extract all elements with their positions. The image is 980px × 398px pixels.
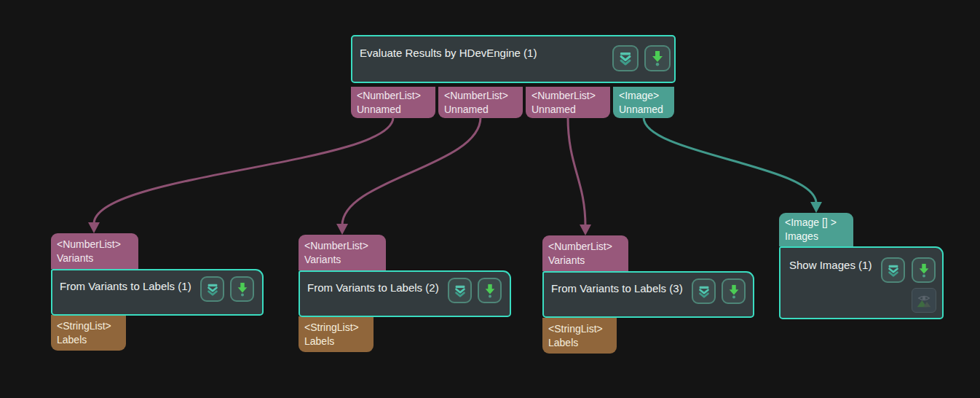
collapse-node-button[interactable] — [448, 278, 472, 303]
run-arrow-icon — [235, 281, 250, 297]
node-title: Evaluate Results by HDevEngine (1) — [360, 47, 537, 59]
run-node-button[interactable] — [478, 278, 502, 303]
chevron-double-down-icon — [697, 284, 711, 299]
connection-wire[interactable] — [568, 117, 585, 226]
run-node-button[interactable] — [912, 257, 936, 283]
chevron-double-down-icon — [617, 50, 633, 66]
port-name: Labels — [57, 333, 120, 347]
port-name: Unnamed — [619, 103, 668, 117]
output-port-labels-2[interactable]: <StringList> Labels — [299, 316, 374, 352]
connection-arrowhead-icon — [88, 222, 100, 233]
run-arrow-icon — [649, 50, 665, 67]
output-port-labels-1[interactable]: <StringList> Labels — [51, 315, 126, 351]
port-name: Images — [785, 230, 847, 243]
output-port-numberlist-2[interactable]: <NumberList> Unnamed — [438, 87, 523, 118]
connection-numberlist-2[interactable] — [336, 117, 481, 235]
port-type: <NumberList> — [532, 89, 604, 103]
port-type: <NumberList> — [57, 238, 133, 251]
port-name: Labels — [304, 335, 368, 348]
node-title: From Variants to Labels (2) — [307, 281, 439, 294]
port-type: <StringList> — [304, 321, 368, 335]
input-port-images[interactable]: <Image [] > Images — [779, 213, 853, 246]
connection-arrowhead-icon — [580, 225, 591, 235]
display-image-button[interactable] — [912, 288, 936, 313]
run-arrow-icon — [727, 284, 741, 300]
node-from-variants-to-labels-2[interactable]: From Variants to Labels (2) — [299, 270, 511, 317]
port-type: <NumberList> — [548, 240, 623, 254]
run-arrow-icon — [917, 262, 931, 278]
port-name: Unnamed — [532, 103, 604, 117]
input-port-variants-2[interactable]: <NumberList> Variants — [299, 235, 386, 270]
collapse-node-button[interactable] — [612, 45, 639, 71]
eye-image-icon — [917, 290, 931, 311]
node-title: From Variants to Labels (1) — [60, 280, 191, 292]
connection-arrowhead-icon — [336, 224, 348, 235]
port-name: Variants — [304, 253, 380, 267]
node-title: From Variants to Labels (3) — [551, 282, 683, 294]
port-type: <Image> — [619, 89, 668, 103]
port-type: <NumberList> — [357, 89, 430, 103]
collapse-node-button[interactable] — [881, 257, 905, 283]
port-type: <StringList> — [548, 322, 611, 336]
port-name: Unnamed — [444, 103, 517, 117]
node-show-images[interactable]: Show Images (1) — [779, 246, 944, 319]
connection-wire[interactable] — [644, 117, 816, 203]
chevron-double-down-icon — [205, 282, 220, 297]
node-evaluate-results-by-hdevengine[interactable]: Evaluate Results by HDevEngine (1) — [351, 35, 676, 83]
node-title: Show Images (1) — [789, 259, 872, 271]
output-port-labels-3[interactable]: <StringList> Labels — [542, 318, 617, 354]
node-editor-canvas[interactable]: <NumberList> Unnamed <NumberList> Unname… — [0, 0, 980, 398]
port-name: Labels — [548, 336, 611, 350]
run-node-button[interactable] — [644, 45, 671, 71]
run-arrow-icon — [483, 283, 497, 299]
node-from-variants-to-labels-1[interactable]: From Variants to Labels (1) — [51, 269, 264, 316]
node-from-variants-to-labels-3[interactable]: From Variants to Labels (3) — [542, 271, 754, 318]
connection-numberlist-1[interactable] — [88, 117, 393, 233]
input-port-variants-3[interactable]: <NumberList> Variants — [542, 235, 628, 271]
run-node-button[interactable] — [722, 278, 746, 304]
connection-arrowhead-icon — [810, 202, 822, 213]
collapse-node-button[interactable] — [692, 278, 716, 304]
output-port-numberlist-3[interactable]: <NumberList> Unnamed — [526, 87, 610, 118]
port-name: Unnamed — [357, 103, 430, 117]
output-port-numberlist-1[interactable]: <NumberList> Unnamed — [351, 87, 435, 118]
chevron-double-down-icon — [453, 284, 467, 298]
port-name: Variants — [548, 254, 623, 268]
output-port-image[interactable]: <Image> Unnamed — [613, 87, 674, 118]
port-name: Variants — [57, 251, 133, 265]
collapse-node-button[interactable] — [200, 276, 224, 302]
input-port-variants-1[interactable]: <NumberList> Variants — [51, 233, 138, 269]
port-type: <NumberList> — [304, 239, 380, 253]
connection-wire[interactable] — [342, 117, 481, 225]
run-node-button[interactable] — [230, 276, 254, 302]
chevron-double-down-icon — [886, 263, 901, 278]
port-type: <StringList> — [57, 319, 120, 333]
port-type: <Image [] > — [785, 216, 847, 230]
connection-numberlist-3[interactable] — [568, 117, 591, 235]
port-type: <NumberList> — [444, 89, 517, 103]
connection-image[interactable] — [644, 117, 822, 213]
